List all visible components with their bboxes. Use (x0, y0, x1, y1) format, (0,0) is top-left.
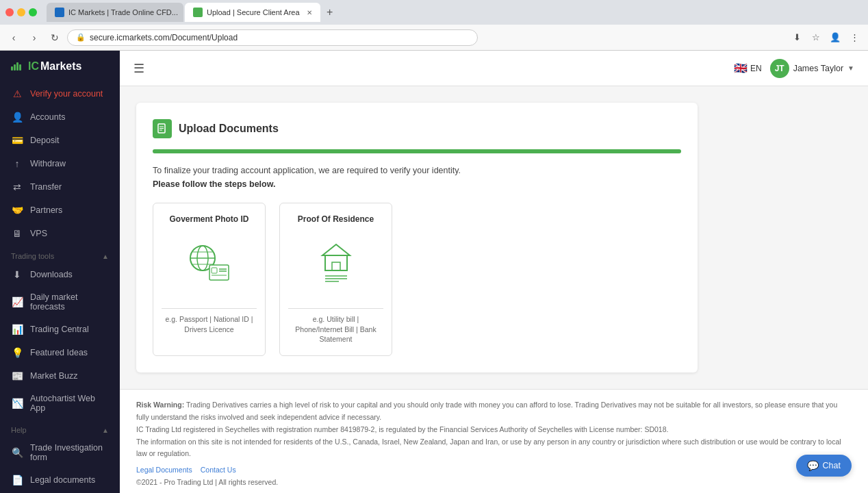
star-button[interactable]: ☆ (808, 29, 824, 46)
vps-icon: 🖥 (11, 228, 23, 239)
daily-market-icon: 📈 (11, 296, 23, 307)
help-section: Help ▲ (0, 419, 120, 437)
sidebar-item-verify[interactable]: ⚠ Verify your account (0, 82, 120, 105)
minimize-window-dot[interactable] (17, 8, 25, 16)
sidebar-item-accounts[interactable]: 👤 Accounts (0, 105, 120, 129)
logo-area: ICMarkets (0, 51, 120, 82)
address-bar: ‹ › ↻ 🔒 secure.icmarkets.com/Document/Up… (0, 25, 868, 51)
sidebar-item-autochartist[interactable]: 📉 Autochartist Web App (0, 388, 120, 419)
sidebar-featured-ideas-label: Featured Ideas (30, 348, 88, 357)
upload-title-text: Upload Documents (179, 123, 279, 135)
footer-links: Legal Documents Contact Us (136, 464, 852, 477)
sidebar-deposit-label: Deposit (30, 136, 59, 145)
maximize-window-dot[interactable] (29, 8, 37, 16)
sidebar-partners-label: Partners (30, 205, 62, 215)
doc-card-proof-examples: e.g. Utility bill | Phone/Internet Bill … (288, 314, 383, 344)
flag-icon: 🇬🇧 (734, 62, 748, 75)
sidebar-trading-central-label: Trading Central (30, 325, 89, 334)
sidebar-item-deposit[interactable]: 💳 Deposit (0, 129, 120, 152)
progress-bar-container (153, 149, 681, 153)
tab2-close[interactable]: ✕ (307, 9, 312, 16)
legal-documents-icon: 📄 (11, 475, 23, 485)
tab1-label: IC Markets | Trade Online CFD... (68, 8, 178, 16)
footer-contact-link[interactable]: Contact Us (201, 464, 236, 477)
proof-of-residence-icon (309, 235, 363, 292)
deposit-icon: 💳 (11, 135, 23, 146)
autochartist-icon: 📉 (11, 398, 23, 409)
sidebar-item-market-buzz[interactable]: 📰 Market Buzz (0, 364, 120, 388)
window-controls (5, 8, 37, 16)
tab2-favicon (193, 8, 203, 17)
tab2-label: Upload | Secure Client Area (207, 8, 300, 16)
sidebar-item-daily-market[interactable]: 📈 Daily market forecasts (0, 286, 120, 318)
forward-button[interactable]: › (26, 29, 42, 46)
menu-button[interactable]: ⋮ (846, 29, 863, 46)
risk-warning-label: Risk Warning: (136, 401, 184, 409)
back-button[interactable]: ‹ (5, 29, 22, 46)
user-chevron-icon: ▼ (847, 64, 854, 72)
sidebar-item-downloads[interactable]: ⬇ Downloads (0, 263, 120, 286)
transfer-icon: ⇄ (11, 181, 23, 192)
user-avatar: JT (770, 59, 789, 78)
upload-title: Upload Documents (153, 119, 681, 138)
sidebar-item-partners[interactable]: 🤝 Partners (0, 199, 120, 222)
trading-tools-toggle[interactable]: ▲ (102, 253, 109, 260)
new-tab-button[interactable]: + (322, 4, 338, 21)
downloads-icon: ⬇ (11, 269, 23, 280)
footer-disclaimer: The information on this site is not inte… (136, 436, 852, 461)
lock-icon: 🔒 (76, 33, 86, 42)
chat-button[interactable]: 💬 Chat (796, 455, 852, 477)
browser-tab-1[interactable]: IC Markets | Trade Online CFD... ✕ (47, 3, 183, 22)
sidebar-item-legal-documents[interactable]: 📄 Legal documents (0, 468, 120, 492)
sidebar-legal-documents-label: Legal documents (30, 475, 95, 485)
help-section-label: Help (11, 426, 27, 434)
svg-rect-16 (332, 262, 340, 270)
browser-tab-2[interactable]: Upload | Secure Client Area ✕ (185, 3, 320, 22)
sidebar-item-trade-investigation[interactable]: 🔍 Trade Investigation form (0, 437, 120, 468)
bar1 (11, 66, 13, 71)
url-bar[interactable]: 🔒 secure.icmarkets.com/Document/Upload (67, 29, 478, 46)
description-text: To finalize your trading account applica… (153, 166, 681, 175)
doc-card-govt-id[interactable]: Goverment Photo ID (153, 203, 266, 356)
sidebar-item-withdraw[interactable]: ↑ Withdraw (0, 152, 120, 175)
bookmark-button[interactable]: ⬇ (789, 29, 805, 46)
doc-card-proof-of-residence[interactable]: Proof Of Residence (279, 203, 392, 356)
footer-legal-docs-link[interactable]: Legal Documents (136, 464, 192, 477)
browser-chrome: IC Markets | Trade Online CFD... ✕ Uploa… (0, 0, 868, 25)
featured-ideas-icon: 💡 (11, 347, 23, 358)
svg-marker-14 (322, 244, 350, 255)
withdraw-icon: ↑ (11, 158, 23, 169)
sidebar-item-featured-ideas[interactable]: 💡 Featured Ideas (0, 341, 120, 364)
browser-tabs: IC Markets | Trade Online CFD... ✕ Uploa… (47, 3, 863, 22)
footer-risk-warning: Risk Warning: Trading Derivatives carrie… (136, 399, 852, 424)
sidebar-item-trading-central[interactable]: 📊 Trading Central (0, 318, 120, 341)
sidebar-trade-investigation-label: Trade Investigation form (30, 443, 109, 462)
language-selector[interactable]: 🇬🇧 EN (734, 62, 762, 75)
user-initials: JT (775, 64, 784, 73)
sidebar-accounts-label: Accounts (30, 112, 65, 122)
upload-card: Upload Documents To finalize your tradin… (136, 103, 698, 372)
footer-copyright: ©2021 - Pro Trading Ltd | All rights res… (136, 477, 852, 489)
partners-icon: 🤝 (11, 205, 23, 216)
doc-divider-2 (288, 308, 383, 309)
sidebar-daily-market-label: Daily market forecasts (30, 292, 109, 312)
hamburger-button[interactable]: ☰ (133, 61, 144, 76)
accounts-icon: 👤 (11, 112, 23, 123)
url-text: secure.icmarkets.com/Document/Upload (90, 33, 238, 42)
help-toggle[interactable]: ▲ (102, 427, 109, 434)
app-layout: ICMarkets ⚠ Verify your account 👤 Accoun… (0, 51, 868, 493)
profile-button[interactable]: 👤 (827, 29, 843, 46)
doc-types-container: Goverment Photo ID (153, 203, 681, 356)
verify-icon: ⚠ (11, 88, 23, 99)
bar4 (19, 64, 21, 71)
sidebar-item-transfer[interactable]: ⇄ Transfer (0, 175, 120, 199)
user-menu-button[interactable]: JT James Taylor ▼ (770, 59, 854, 78)
sidebar-item-vps[interactable]: 🖥 VPS (0, 222, 120, 245)
refresh-button[interactable]: ↻ (47, 29, 63, 46)
close-window-dot[interactable] (5, 8, 14, 16)
logo-text: ICMarkets (28, 60, 81, 73)
bar3 (16, 62, 18, 71)
doc-divider-1 (162, 308, 257, 309)
bar2 (14, 64, 16, 71)
chat-button-label: Chat (823, 461, 841, 470)
